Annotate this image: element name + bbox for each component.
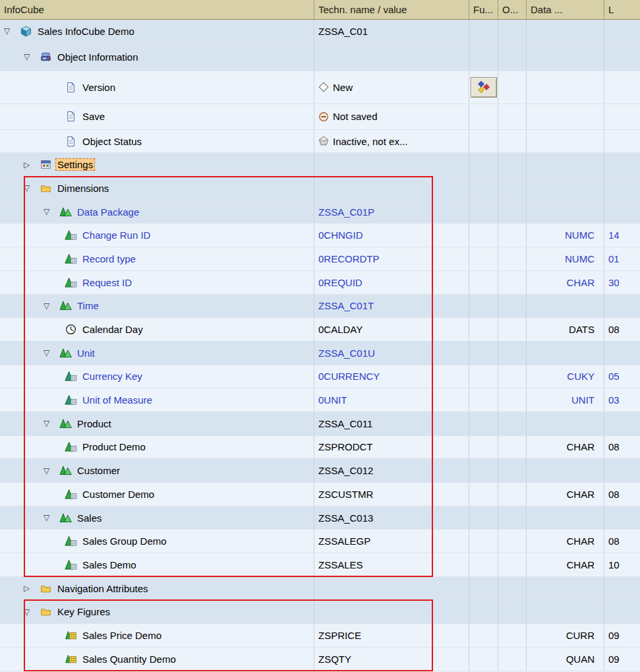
node-label[interactable]: Calendar Day [80,323,145,336]
data-length: 08 [608,489,620,500]
node-label[interactable]: Sales [75,512,104,524]
node-label[interactable]: Save [80,110,107,123]
node-label[interactable]: Request ID [80,276,134,289]
tree-row-change-run-id: Change Run ID0CHNGIDNUMC14 [0,224,640,247]
data-type: DATS [569,324,595,335]
node-label[interactable]: Currency Key [80,370,144,382]
collapse-toggle-icon[interactable]: ▽ [42,302,59,310]
column-header-infocube[interactable]: InfoCube [0,0,314,19]
characteristic-icon [65,559,80,570]
technical-name: 0REQUID [318,277,363,288]
version-action-button[interactable] [471,77,497,98]
node-label[interactable]: Sales Demo [80,559,138,571]
data-type: CUKY [567,371,595,382]
node-label[interactable]: Version [80,81,117,94]
node-label[interactable]: Data Package [75,206,141,218]
node-label[interactable]: Unit [75,347,97,359]
tree-row-record-type: Record type0RECORDTPNUMC01 [0,247,640,271]
folder-icon [40,606,55,617]
status-text: Not saved [333,111,378,122]
expand-toggle-icon[interactable]: ▷ [22,161,40,169]
tree-row-sales-price-demo: Sales Price DemoZSPRICECURR09 [0,624,640,648]
tree-row-time: ▽TimeZSSA_C01T [0,295,640,319]
node-label[interactable]: Customer Demo [80,488,156,501]
status-text: New [333,82,353,93]
tree-row-unit: ▽UnitZSSA_C01U [0,342,640,365]
tree-row-settings: ▷Settings [0,153,640,177]
node-label[interactable]: Sales Price Demo [80,629,163,642]
tree-rows: ▽Sales InfoCube DemoZSSA_C01▽Object Info… [0,20,640,671]
technical-name: ZSSA_C013 [318,512,373,524]
collapse-toggle-icon[interactable]: ▽ [42,208,59,216]
data-length: 05 [608,371,620,382]
column-header-data-type[interactable]: Data ... [527,0,604,19]
tree-row-product: ▽ProductZSSA_C011 [0,412,640,436]
tree-row-sales-demo: Sales DemoZSSALESCHAR10 [0,553,640,577]
column-headers: InfoCube Techn. name / value Fu... O... … [0,0,640,20]
cube-icon [20,26,36,37]
not-saved-icon [318,111,333,122]
technical-name: ZSPRODCT [318,441,373,452]
column-header-fu[interactable]: Fu... [469,0,498,19]
data-length: 09 [608,630,620,641]
data-type: NUMC [565,229,595,241]
tree-row-object-status: Object StatusInactive, not ex... [0,130,640,154]
tree-row-object-information: ▽Object Information [0,44,640,71]
technical-name: ZSSA_C012 [318,465,373,476]
data-type: CURR [566,630,595,641]
node-label[interactable]: Unit of Measure [80,394,154,406]
diamond-icon [318,82,333,92]
node-label[interactable]: Sales InfoCube Demo [36,25,136,38]
collapse-toggle-icon[interactable]: ▽ [42,349,59,357]
node-label[interactable]: Product Demo [80,441,148,453]
technical-name: ZSSA_C01T [318,300,374,311]
data-length: 10 [608,559,620,570]
dimension-icon [59,348,75,359]
collapse-toggle-icon[interactable]: ▽ [22,184,40,192]
node-label[interactable]: Settings [55,158,95,171]
column-header-techn-name[interactable]: Techn. name / value [314,0,469,19]
technical-name: ZSSA_C01 [318,26,368,37]
object-information-icon [40,51,55,63]
technical-name: 0CURRENCY [318,371,380,382]
node-label[interactable]: Time [75,299,101,312]
node-label[interactable]: Object Status [80,135,144,148]
node-label[interactable]: Dimensions [55,182,111,195]
node-label[interactable]: Product [75,417,113,430]
collapse-toggle-icon[interactable]: ▽ [22,608,40,616]
node-label[interactable]: Record type [80,253,138,265]
column-header-length[interactable]: L [604,0,640,19]
tree-row-currency-key: Currency Key0CURRENCYCUKY05 [0,365,640,389]
node-label[interactable]: Sales Group Demo [80,535,169,547]
document-icon [65,82,80,93]
technical-name: ZSQTY [318,654,351,665]
collapse-toggle-icon[interactable]: ▽ [42,467,59,475]
node-label[interactable]: Customer [75,464,122,477]
technical-name: ZSSALES [318,559,363,570]
node-label[interactable]: Object Information [55,51,140,63]
collapse-toggle-icon[interactable]: ▽ [3,27,20,35]
folder-icon [40,183,55,194]
unit-characteristic-icon [65,371,80,382]
node-label[interactable]: Sales Quantity Demo [80,653,178,665]
key-figure-icon [65,654,80,665]
key-figure-icon [65,630,80,641]
infocube-tree: InfoCube Techn. name / value Fu... O... … [0,0,640,672]
technical-name: ZSPRICE [318,630,361,641]
column-header-o[interactable]: O... [498,0,527,19]
expand-toggle-icon[interactable]: ▷ [22,584,40,592]
node-label[interactable]: Navigation Attributes [55,582,150,595]
node-label[interactable]: Key Figures [55,605,112,618]
data-type: QUAN [566,654,595,665]
node-label[interactable]: Change Run ID [80,229,152,241]
data-length: 03 [608,394,620,406]
collapse-toggle-icon[interactable]: ▽ [42,514,59,522]
tree-row-unit-of-measure: Unit of Measure0UNITUNIT03 [0,388,640,412]
dimension-icon [59,512,75,524]
tree-row-sales-quantity-demo: Sales Quantity DemoZSQTYQUAN09 [0,648,640,671]
data-type: UNIT [571,394,595,406]
collapse-toggle-icon[interactable]: ▽ [42,419,59,427]
status-text: Inactive, not ex... [333,136,407,147]
data-type: CHAR [566,489,595,500]
collapse-toggle-icon[interactable]: ▽ [22,53,40,61]
